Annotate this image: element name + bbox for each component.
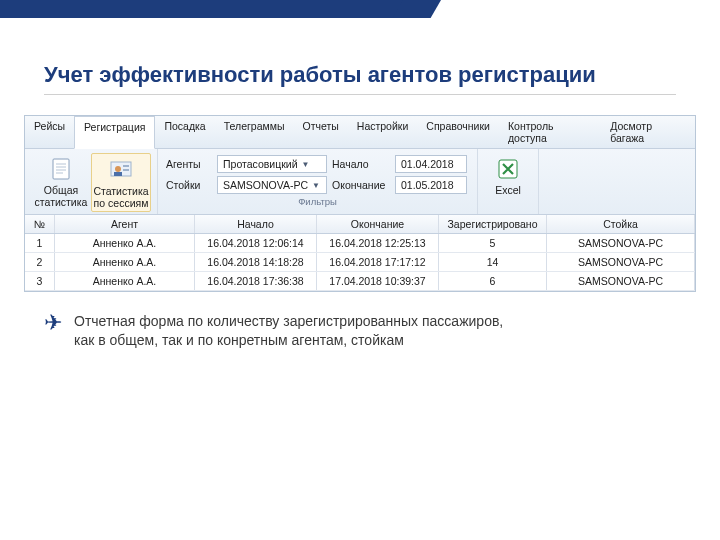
start-date-value: 01.04.2018 [401,158,454,170]
svg-point-6 [115,166,121,172]
cell: 17.04.2018 10:39:37 [317,272,439,290]
column-header[interactable]: Начало [195,215,317,233]
table-row[interactable]: 3Анненко А.А.16.04.2018 17:36:3817.04.20… [25,272,695,291]
end-date-input[interactable]: 01.05.2018 [395,176,467,194]
cell: Анненко А.А. [55,234,195,252]
menu-tab[interactable]: Контроль доступа [499,116,601,148]
agents-combo[interactable]: Протасовицкий ▼ [217,155,327,173]
data-table: №АгентНачалоОкончаниеЗарегистрированоСто… [25,215,695,291]
agents-value: Протасовицкий [223,158,298,170]
menu-tab[interactable]: Отчеты [294,116,348,148]
chevron-down-icon: ▼ [312,181,320,190]
cell: 6 [439,272,547,290]
start-date-input[interactable]: 01.04.2018 [395,155,467,173]
column-header[interactable]: Агент [55,215,195,233]
cell: 16.04.2018 17:36:38 [195,272,317,290]
cell: 14 [439,253,547,271]
chevron-down-icon: ▼ [302,160,310,169]
agents-label: Агенты [166,158,212,170]
cell: 16.04.2018 12:25:13 [317,234,439,252]
table-row[interactable]: 2Анненко А.А.16.04.2018 14:18:2816.04.20… [25,253,695,272]
excel-label: Excel [495,185,521,197]
stands-value: SAMSONOVA-PC [223,179,308,191]
stands-combo[interactable]: SAMSONOVA-PC ▼ [217,176,327,194]
cell: 3 [25,272,55,290]
plane-icon: ✈ [44,312,62,350]
document-icon [46,155,76,183]
start-label: Начало [332,158,390,170]
end-date-value: 01.05.2018 [401,179,454,191]
cell: 16.04.2018 12:06:14 [195,234,317,252]
overall-stats-button[interactable]: Общая статистика [31,153,91,212]
cell: 2 [25,253,55,271]
menu-tab[interactable]: Регистрация [74,116,155,149]
menu-tab[interactable]: Рейсы [25,116,74,148]
session-stats-button[interactable]: Статистика по сессиям [91,153,151,212]
cell: 5 [439,234,547,252]
cell: 16.04.2018 17:17:12 [317,253,439,271]
menu-tab[interactable]: Справочники [417,116,499,148]
menubar: РейсыРегистрацияПосадкаТелеграммыОтчетыН… [25,116,695,149]
page-title: Учет эффективности работы агентов регист… [44,62,676,95]
header-band [0,0,720,44]
cell: SAMSONOVA-PC [547,272,695,290]
cell: SAMSONOVA-PC [547,234,695,252]
table-row[interactable]: 1Анненко А.А.16.04.2018 12:06:1416.04.20… [25,234,695,253]
ribbon: Общая статистика Статистика по сессиям А… [25,149,695,215]
svg-rect-8 [123,165,129,167]
group-export: Excel [478,149,539,214]
group-filters: Агенты Протасовицкий ▼ Начало 01.04.2018… [158,149,478,214]
column-header[interactable]: № [25,215,55,233]
cell: Анненко А.А. [55,272,195,290]
svg-rect-9 [123,169,129,171]
excel-icon [493,155,523,183]
footnote-text: Отчетная форма по количеству зарегистрир… [74,312,514,350]
column-header[interactable]: Окончание [317,215,439,233]
cell: SAMSONOVA-PC [547,253,695,271]
filters-caption: Фильтры [164,196,471,207]
menu-tab[interactable]: Телеграммы [215,116,294,148]
cell: Анненко А.А. [55,253,195,271]
cell: 1 [25,234,55,252]
footnote: ✈ Отчетная форма по количеству зарегистр… [0,292,720,350]
menu-tab[interactable]: Настройки [348,116,418,148]
svg-rect-7 [114,172,122,176]
menu-tab[interactable]: Досмотр багажа [601,116,695,148]
svg-rect-0 [53,159,69,179]
table-header: №АгентНачалоОкончаниеЗарегистрированоСто… [25,215,695,234]
group-stats: Общая статистика Статистика по сессиям [25,149,158,214]
overall-stats-label: Общая статистика [33,185,89,208]
end-label: Окончание [332,179,390,191]
app-window: РейсыРегистрацияПосадкаТелеграммыОтчетыН… [24,115,696,292]
menu-tab[interactable]: Посадка [155,116,214,148]
stands-label: Стойки [166,179,212,191]
session-stats-label: Статистика по сессиям [93,186,148,209]
column-header[interactable]: Стойка [547,215,695,233]
excel-button[interactable]: Excel [484,153,532,199]
person-stats-icon [106,156,136,184]
cell: 16.04.2018 14:18:28 [195,253,317,271]
column-header[interactable]: Зарегистрировано [439,215,547,233]
